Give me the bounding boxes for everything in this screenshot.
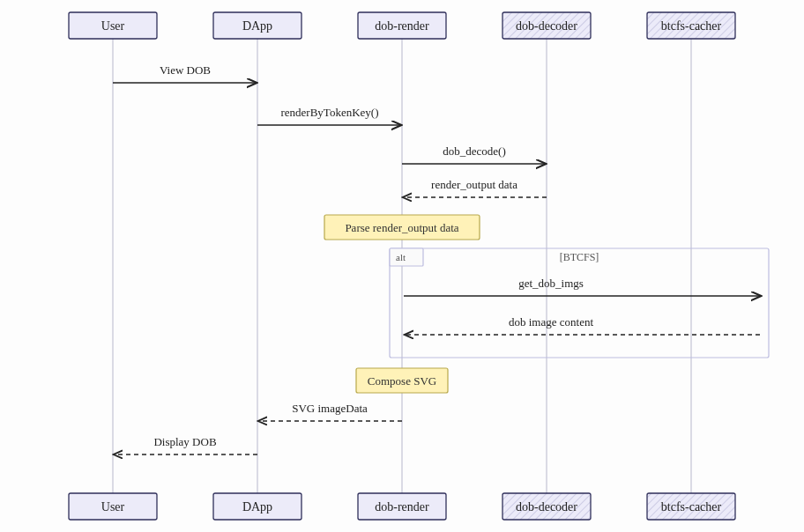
msg-render-output: render_output data: [431, 178, 517, 191]
note-parse-render-output-text: Parse render_output data: [345, 221, 458, 234]
msg-view-dob: View DOB: [160, 63, 211, 77]
actor-dob-decoder-label: dob-decoder: [516, 19, 577, 33]
actor-btcfs-cacher-bottom-label: btcfs-cacher: [661, 500, 722, 514]
actor-dapp-label: DApp: [242, 19, 272, 33]
alt-condition: [BTCFS]: [560, 251, 599, 263]
actor-user-bottom-label: User: [101, 500, 125, 514]
msg-svg-imagedata: SVG imageData: [292, 402, 368, 415]
actor-dapp-bottom-label: DApp: [242, 500, 272, 514]
msg-dob-decode: dob_decode(): [443, 144, 505, 158]
sequence-diagram: User DApp dob-render dob-decoder btcfs-c…: [0, 0, 804, 532]
msg-dob-image-content: dob image content: [509, 315, 593, 329]
svg-rect-8: [390, 248, 769, 358]
msg-render-by-token-key: renderByTokenKey(): [281, 106, 379, 119]
msg-display-dob: Display DOB: [153, 435, 216, 448]
actor-user-label: User: [101, 19, 125, 33]
svg-rect-9: [390, 248, 423, 266]
actor-dob-render-label: dob-render: [375, 19, 429, 33]
actor-dob-decoder-bottom-label: dob-decoder: [516, 500, 577, 514]
note-compose-svg-text: Compose SVG: [368, 374, 436, 388]
msg-get-dob-imgs: get_dob_imgs: [518, 277, 584, 290]
alt-frame: alt [BTCFS]: [390, 248, 769, 358]
actor-dob-render-bottom-label: dob-render: [375, 500, 429, 514]
actor-btcfs-cacher-label: btcfs-cacher: [661, 19, 722, 33]
alt-label: alt: [396, 252, 406, 262]
